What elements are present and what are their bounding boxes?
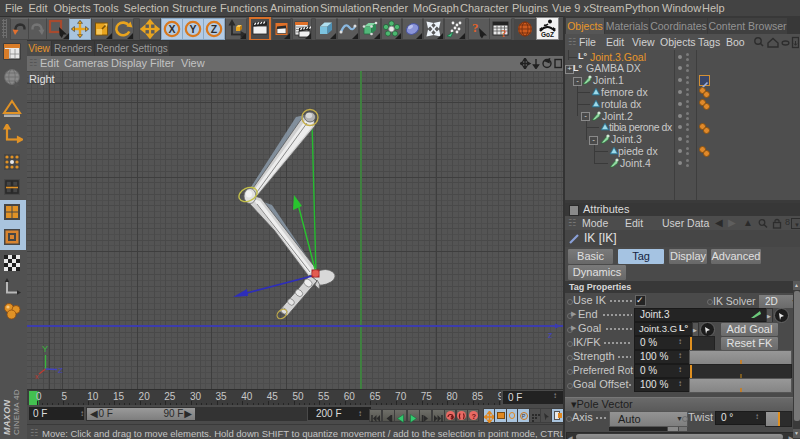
svg-text:z: z	[548, 330, 553, 340]
svg-text:Z: Z	[211, 23, 218, 35]
svg-text:?: ?	[472, 20, 479, 35]
svg-text:GoZ: GoZ	[541, 31, 554, 38]
svg-text:Y: Y	[189, 23, 196, 35]
svg-text:Z: Z	[58, 366, 63, 375]
svg-text:x: x	[35, 373, 39, 380]
svg-text:?: ?	[471, 412, 476, 420]
svg-text:Y: Y	[42, 344, 48, 354]
svg-text:?: ?	[501, 27, 507, 39]
svg-text:X: X	[168, 23, 175, 35]
